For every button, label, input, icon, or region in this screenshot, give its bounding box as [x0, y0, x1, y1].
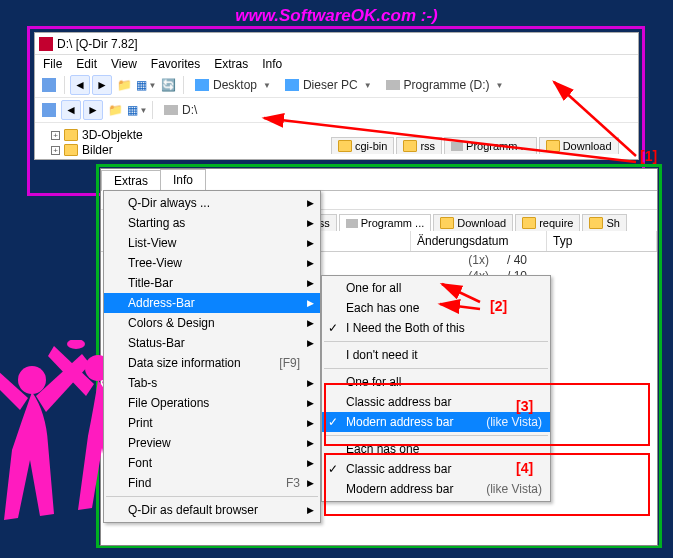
- toolbar-2: ◄ ► 📁 ▦▼ D:\: [35, 98, 638, 123]
- w2-tab-download[interactable]: Download: [433, 214, 513, 231]
- submenu-item[interactable]: ✓Modern address bar(like Vista): [322, 412, 550, 432]
- menu-item[interactable]: Tab-s▶: [104, 373, 320, 393]
- menu-item[interactable]: Starting as▶: [104, 213, 320, 233]
- back-button[interactable]: ◄: [70, 75, 90, 95]
- submenu-item[interactable]: Each has one: [322, 298, 550, 318]
- layout2-icon[interactable]: [39, 100, 59, 120]
- menu-item[interactable]: Title-Bar▶: [104, 273, 320, 293]
- views-icon[interactable]: ▦▼: [136, 75, 156, 95]
- titlebar[interactable]: D:\ [Q-Dir 7.82]: [35, 33, 638, 55]
- forward2-button[interactable]: ►: [83, 100, 103, 120]
- forward-button[interactable]: ►: [92, 75, 112, 95]
- menu-item[interactable]: Q-Dir as default browser▶: [104, 500, 320, 520]
- tab-rss[interactable]: rss: [396, 137, 442, 154]
- menu-item[interactable]: Address-Bar▶: [104, 293, 320, 313]
- refresh-icon[interactable]: 🔄: [158, 75, 178, 95]
- views2-icon[interactable]: ▦▼: [127, 100, 147, 120]
- tab-info[interactable]: Info: [160, 169, 206, 190]
- up-icon[interactable]: 📁: [114, 75, 134, 95]
- window-title: D:\ [Q-Dir 7.82]: [57, 37, 138, 51]
- submenu-item[interactable]: ✓I Need the Both of this: [322, 318, 550, 338]
- w2-tab-sh[interactable]: Sh: [582, 214, 626, 231]
- menu-item[interactable]: Q-Dir always ...▶: [104, 193, 320, 213]
- submenu-item[interactable]: ✓Classic address bar: [322, 459, 550, 479]
- addr2[interactable]: D:\: [158, 101, 203, 119]
- menu-item[interactable]: Preview▶: [104, 433, 320, 453]
- menu-item[interactable]: List-View▶: [104, 233, 320, 253]
- menu-view[interactable]: View: [111, 57, 137, 71]
- menu-item[interactable]: Font▶: [104, 453, 320, 473]
- menu-item[interactable]: Tree-View▶: [104, 253, 320, 273]
- w2-tabs: Extras Info: [101, 169, 657, 191]
- submenu-item[interactable]: I don't need it: [322, 345, 550, 365]
- menu-item[interactable]: Status-Bar▶: [104, 333, 320, 353]
- tabstrip-1: cgi-bin rss Programm ... Download: [331, 137, 619, 154]
- up2-icon[interactable]: 📁: [105, 100, 125, 120]
- menu-item[interactable]: File Operations▶: [104, 393, 320, 413]
- menu-extras[interactable]: Extras: [214, 57, 248, 71]
- tab-extras[interactable]: Extras: [101, 170, 161, 191]
- submenu-item[interactable]: Classic address bar: [322, 392, 550, 412]
- addr-pc[interactable]: Dieser PC▼: [279, 76, 378, 94]
- tabstrip-2: rss Programm ... Download require Sh: [291, 214, 673, 231]
- submenu-item[interactable]: One for all: [322, 278, 550, 298]
- layout-button[interactable]: [39, 75, 59, 95]
- tab-programm[interactable]: Programm ...: [444, 137, 537, 154]
- w2-tab-programm[interactable]: Programm ...: [339, 214, 432, 231]
- svg-point-4: [18, 366, 46, 394]
- tree-de[interactable]: De: [82, 158, 97, 160]
- tree-3d[interactable]: 3D-Objekte: [82, 128, 143, 142]
- label-1: [1]: [640, 148, 657, 164]
- app-icon: [39, 37, 53, 51]
- tab-download[interactable]: Download: [539, 137, 619, 154]
- submenu-item[interactable]: One for all: [322, 372, 550, 392]
- extras-menu[interactable]: Q-Dir always ...▶Starting as▶List-View▶T…: [103, 190, 321, 523]
- addressbar-submenu[interactable]: One for allEach has one✓I Need the Both …: [321, 275, 551, 502]
- menubar: File Edit View Favorites Extras Info: [35, 55, 638, 73]
- back2-button[interactable]: ◄: [61, 100, 81, 120]
- menu-item[interactable]: FindF3▶: [104, 473, 320, 493]
- menu-edit[interactable]: Edit: [76, 57, 97, 71]
- addr-desktop[interactable]: Desktop▼: [189, 76, 277, 94]
- tab-cgibin[interactable]: cgi-bin: [331, 137, 394, 154]
- menu-info[interactable]: Info: [262, 57, 282, 71]
- submenu-item[interactable]: Modern address bar(like Vista): [322, 479, 550, 499]
- tree-bilder[interactable]: Bilder: [82, 143, 113, 157]
- svg-point-6: [67, 340, 85, 349]
- addr-drive[interactable]: Programme (D:)▼: [380, 76, 510, 94]
- menu-item[interactable]: Print▶: [104, 413, 320, 433]
- w2-tab-require[interactable]: require: [515, 214, 580, 231]
- window-qdir: D:\ [Q-Dir 7.82] File Edit View Favorite…: [34, 32, 639, 160]
- watermark: www.SoftwareOK.com :-): [0, 6, 673, 26]
- toolbar-1: ◄ ► 📁 ▦▼ 🔄 Desktop▼ Dieser PC▼ Programme…: [35, 73, 638, 98]
- menu-favorites[interactable]: Favorites: [151, 57, 200, 71]
- menu-item[interactable]: Colors & Design▶: [104, 313, 320, 333]
- submenu-item[interactable]: Each has one: [322, 439, 550, 459]
- menu-file[interactable]: File: [43, 57, 62, 71]
- menu-item[interactable]: Data size information[F9]: [104, 353, 320, 373]
